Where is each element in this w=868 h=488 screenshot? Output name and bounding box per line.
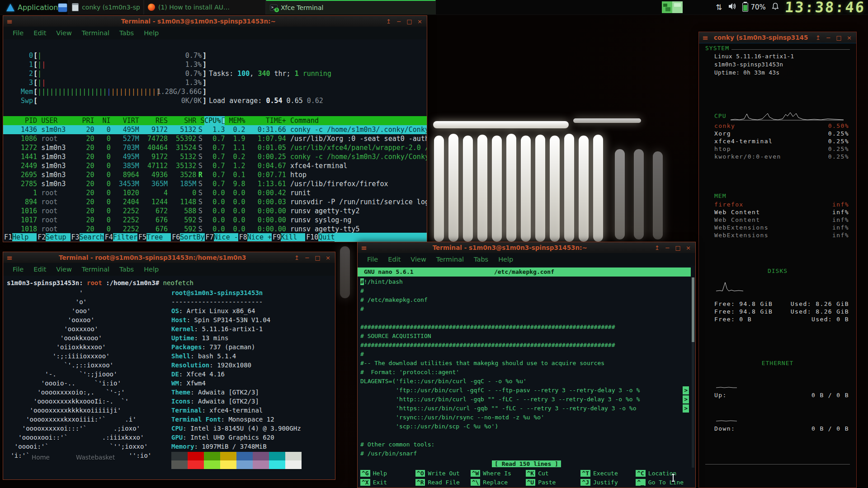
htop-column-s[interactable]: S	[196, 116, 204, 125]
htop-column-cpu[interactable]: CPU%	[204, 116, 225, 125]
minimize-button[interactable]: −	[303, 254, 311, 261]
menu-item-terminal[interactable]: Terminal	[77, 29, 114, 37]
nano-text-line[interactable]: ########################################…	[360, 341, 689, 350]
htop-column-user[interactable]: USER	[37, 116, 78, 125]
nano-text-line[interactable]	[360, 314, 689, 323]
menu-item-help[interactable]: Help	[493, 256, 518, 263]
menu-item-help[interactable]: Help	[139, 266, 164, 273]
nano-text-line[interactable]: 'scp::/usr/bin/scp -C %u %o')	[360, 422, 689, 431]
taskbar-button-firefox[interactable]: (1) How to install AU…	[144, 0, 266, 14]
nano-text-line[interactable]: #-- The download utilities that makepkg …	[360, 359, 689, 368]
nano-text-line[interactable]: 'rsync::/usr/bin/rsync --no-motd -z %u %…	[360, 413, 689, 422]
nano-text-line[interactable]: 'ftp::/usr/bin/curl -gqfC - --ftp-pasv -…	[360, 386, 689, 395]
window-titlebar[interactable]: ≡ Terminal - s1m0n3@s1m0n3-spinsp31453n:…	[358, 242, 695, 253]
nano-shortcut[interactable]: ^RRead File	[415, 478, 471, 487]
notifications-bell-icon[interactable]	[772, 3, 779, 12]
menu-item-edit[interactable]: Edit	[28, 29, 51, 37]
htop-process-row[interactable]: 1root200102040S0.00.00:00.42runit	[3, 188, 427, 197]
function-key-f10[interactable]: F10Quit	[305, 233, 335, 242]
menu-item-file[interactable]: File	[362, 256, 383, 263]
shade-button[interactable]: ↥	[384, 18, 393, 25]
htop-column-pid[interactable]: PID	[17, 116, 37, 125]
htop-column-ni[interactable]: NI	[94, 116, 111, 125]
htop-process-row[interactable]: 1436s1m0n3200495M91725132S1.30.20:31.66c…	[3, 125, 427, 134]
close-button[interactable]: ×	[684, 244, 693, 251]
htop-process-row[interactable]: 1272s1m0n3200703M4046431524S0.71.10:01.0…	[3, 143, 427, 152]
function-key-f7[interactable]: F7Nice -	[205, 233, 238, 242]
window-titlebar[interactable]: ≡ conky (s1m0n3-spinsp3145 ↥−□×	[699, 32, 856, 43]
htop-process-row[interactable]: 1441s1m0n3200495M91725132S0.70.20:00.25c…	[3, 152, 427, 161]
function-key-f5[interactable]: F5Tree	[137, 233, 171, 242]
window-menu-icon[interactable]: ≡	[6, 253, 12, 262]
function-key-f2[interactable]: F2Setup	[37, 233, 70, 242]
maximize-button[interactable]: □	[835, 34, 843, 41]
nano-text-line[interactable]: #	[360, 305, 689, 314]
shade-button[interactable]: ↥	[292, 254, 301, 261]
nano-text-line[interactable]: # /usr/bin/snarf	[360, 449, 689, 458]
menu-item-edit[interactable]: Edit	[28, 266, 51, 273]
shade-button[interactable]: ↥	[814, 34, 822, 41]
function-key-f6[interactable]: F6SortBy	[171, 233, 204, 242]
window-titlebar[interactable]: ≡ Terminal - s1m0n3@s1m0n3-spinsp31453n:…	[3, 16, 427, 27]
nano-text-line[interactable]: # SOURCE ACQUISITION	[360, 332, 689, 341]
taskbar-button-conky[interactable]: conky (s1m0n3-spin…	[68, 0, 144, 14]
desktop-icon-wastebasket[interactable]: Wastebasket	[76, 454, 115, 461]
htop-process-row[interactable]: 1086root200527M7472855392S0.71.91:07.94/…	[3, 134, 427, 143]
function-key-f4[interactable]: F4Filter	[104, 233, 137, 242]
workspace-2[interactable]	[672, 1, 683, 13]
close-button[interactable]: ×	[415, 18, 424, 25]
function-key-f1[interactable]: F1Help	[3, 233, 37, 242]
nano-shortcut[interactable]: ^\Replace	[471, 478, 526, 487]
htop-column-virt[interactable]: VIRT	[111, 116, 139, 125]
panel-clock[interactable]: 13:38:46	[784, 0, 866, 16]
function-key-f9[interactable]: F9Kill	[272, 233, 305, 242]
taskbar-button-terminal[interactable]: >_ 3 Xfce Terminal	[266, 0, 436, 14]
nano-shortcut[interactable]: ^XExit	[360, 478, 415, 487]
menu-item-terminal[interactable]: Terminal	[431, 256, 469, 263]
window-menu-icon[interactable]: ≡	[702, 33, 708, 42]
menu-item-help[interactable]: Help	[139, 29, 164, 37]
maximize-button[interactable]: □	[313, 254, 322, 261]
maximize-button[interactable]: □	[674, 244, 682, 251]
htop-column-mem[interactable]: MEM%	[225, 116, 245, 125]
menu-item-file[interactable]: File	[8, 266, 28, 273]
menu-item-terminal[interactable]: Terminal	[77, 266, 114, 273]
menu-item-view[interactable]: View	[51, 266, 76, 273]
nano-text-line[interactable]: # Other common tools:	[360, 440, 689, 449]
menu-item-edit[interactable]: Edit	[383, 256, 406, 263]
nano-text-line[interactable]: ########################################…	[360, 323, 689, 332]
nano-shortcut[interactable]: ^_Go To Line	[636, 478, 691, 487]
htop-process-row[interactable]: 1018root2002252676592S0.00.00:00.00runsv…	[3, 225, 427, 234]
htop-column-res[interactable]: RES	[139, 116, 168, 125]
nano-text-line[interactable]: 'http::/usr/bin/curl -gqb "" -fLC - --re…	[360, 395, 689, 404]
network-icon[interactable]: ⇅	[716, 3, 722, 12]
volume-icon[interactable]	[728, 3, 736, 12]
htop-process-row[interactable]: 2695s1m0n3200896449363528R0.70.10:07.71h…	[3, 170, 427, 179]
workspace-1[interactable]	[662, 1, 672, 13]
nano-text-line[interactable]: # /etc/makepkg.conf	[360, 296, 689, 305]
minimize-button[interactable]: −	[663, 244, 672, 251]
window-menu-icon[interactable]: ≡	[6, 17, 12, 26]
htop-column-pri[interactable]: PRI	[78, 116, 94, 125]
scrollbar[interactable]	[692, 277, 694, 468]
nano-text-line[interactable]	[360, 431, 689, 440]
minimize-button[interactable]: −	[395, 18, 403, 25]
scrollbar-thumb[interactable]	[692, 277, 694, 342]
htop-process-row[interactable]: 2449s1m0n3200385M4711235132S0.71.20:04.6…	[3, 161, 427, 170]
nano-shortcut[interactable]: ^TExecute	[580, 469, 636, 478]
nano-text-line[interactable]: #!/hint/bash	[360, 277, 689, 286]
nano-text-line[interactable]: #	[360, 350, 689, 359]
window-titlebar[interactable]: ≡ Terminal - root@s1m0n3-spinsp31453n:/h…	[3, 252, 335, 263]
menu-item-view[interactable]: View	[406, 256, 431, 263]
shade-button[interactable]: ↥	[653, 244, 661, 251]
htop-column-time[interactable]: TIME+	[245, 116, 286, 125]
nano-shortcut[interactable]: ^OWrite Out	[415, 469, 471, 478]
function-key-f8[interactable]: F8Nice +	[238, 233, 272, 242]
menu-item-view[interactable]: View	[51, 29, 76, 37]
function-key-f3[interactable]: F3Search	[71, 233, 104, 242]
close-button[interactable]: ×	[845, 34, 854, 41]
applications-menu-button[interactable]: Applications	[3, 0, 66, 14]
nano-editor-text[interactable]: #!/hint/bash## /etc/makepkg.conf########…	[360, 277, 689, 458]
launcher-icon[interactable]	[58, 3, 67, 12]
htop-column-command[interactable]: Command	[286, 116, 427, 125]
